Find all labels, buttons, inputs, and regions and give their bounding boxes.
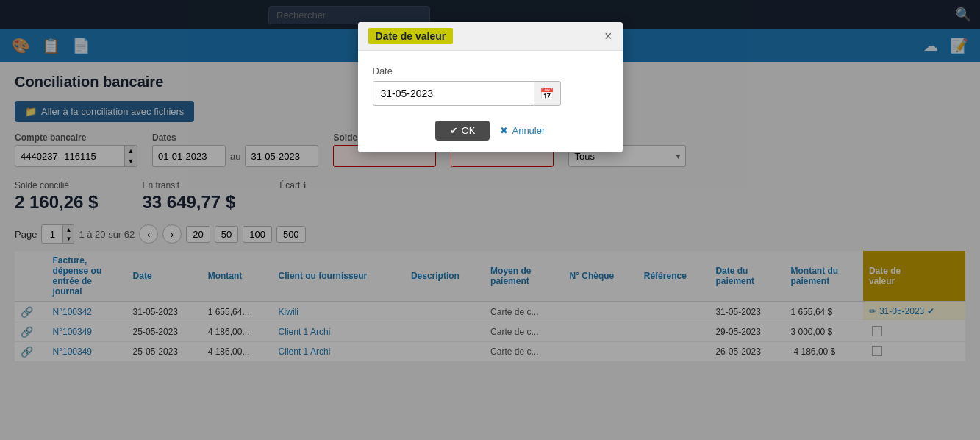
cancel-icon: ✖ — [500, 125, 508, 136]
modal-overlay: Date de valeur × Date 📅 ✔ OK ✖ Annuler — [0, 0, 980, 440]
calendar-icon: 📅 — [540, 87, 554, 101]
modal-header: Date de valeur × — [358, 22, 623, 51]
date-valeur-modal: Date de valeur × Date 📅 ✔ OK ✖ Annuler — [358, 22, 623, 152]
modal-title: Date de valeur — [368, 28, 454, 44]
modal-date-label: Date — [373, 65, 608, 77]
modal-date-input[interactable] — [373, 81, 534, 106]
modal-close-button[interactable]: × — [604, 29, 612, 43]
ok-label: OK — [462, 125, 476, 136]
modal-body: Date 📅 ✔ OK ✖ Annuler — [358, 51, 623, 152]
modal-calendar-button[interactable]: 📅 — [534, 81, 561, 106]
modal-actions: ✔ OK ✖ Annuler — [373, 121, 608, 141]
ok-icon: ✔ — [450, 125, 458, 136]
modal-input-row: 📅 — [373, 81, 608, 106]
modal-ok-button[interactable]: ✔ OK — [435, 121, 490, 141]
cancel-label: Annuler — [512, 125, 545, 136]
modal-cancel-button[interactable]: ✖ Annuler — [500, 121, 545, 141]
